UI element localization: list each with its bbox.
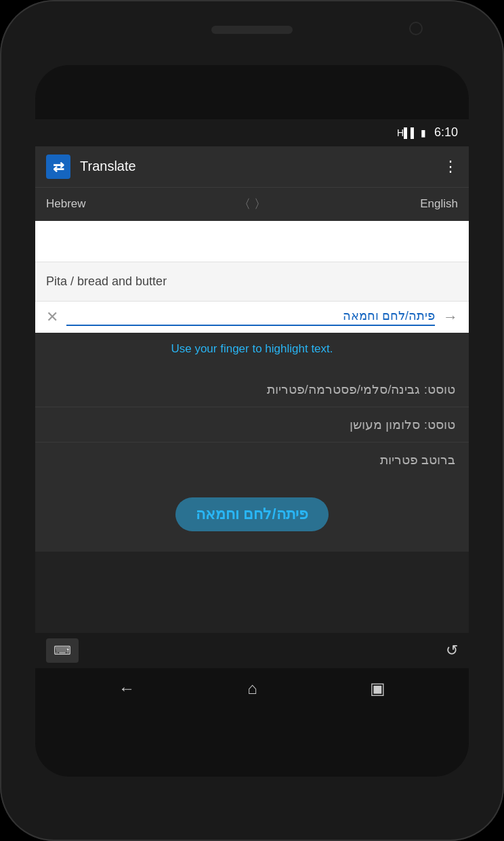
keyboard-icon: ⌨ [54,643,71,658]
translated-text-area: Pita / bread and butter [35,262,469,301]
source-text-area [35,221,469,262]
submit-button[interactable]: → [443,308,458,326]
back-button[interactable]: ← [119,679,135,698]
highlighted-item[interactable]: פיתה/לחם וחמאה [175,497,328,531]
home-button[interactable]: ⌂ [247,679,257,698]
menu-list: טוסט: גבינה/סלמי/פסטרמה/פטריות טוסט: סלו… [35,365,469,484]
keyboard-bar: ⌨ ↺ [35,633,469,668]
menu-icon[interactable]: ⋮ [443,158,458,176]
source-input[interactable]: פיתה/לחם וחמאה [66,308,435,326]
highlighted-item-container: פיתה/לחם וחמאה [35,484,469,552]
translated-text: Pita / bread and butter [46,274,167,288]
list-item: ברוטב פטריות [35,443,469,477]
app-logo: ⇄ [46,155,70,179]
toolbar: ⇄ Translate ⋮ [35,146,469,187]
nav-bar: ← ⌂ ▣ [35,668,469,709]
phone-speaker [211,26,293,34]
translate-icon: ⇄ [53,159,64,175]
phone-camera [409,22,423,35]
rotate-icon[interactable]: ↺ [446,642,458,659]
source-language[interactable]: Hebrew [46,197,230,211]
app-title: Translate [80,159,443,174]
phone-screen-container: H▌▌ ▮ 6:10 ⇄ Translate ⋮ Hebrew 〈 〉 Engl… [35,65,469,777]
status-icons: H▌▌ ▮ [397,127,426,138]
phone-device: H▌▌ ▮ 6:10 ⇄ Translate ⋮ Hebrew 〈 〉 Engl… [0,0,504,841]
battery-icon: ▮ [421,127,426,138]
screen: H▌▌ ▮ 6:10 ⇄ Translate ⋮ Hebrew 〈 〉 Engl… [35,119,469,709]
recents-button[interactable]: ▣ [370,679,385,698]
translation-card: Pita / bread and butter ✕ פיתה/לחם וחמאה… [35,221,469,333]
target-language[interactable]: English [274,197,459,211]
language-bar: Hebrew 〈 〉 English [35,187,469,221]
bottom-nav: ⌨ ↺ ← ⌂ ▣ [35,633,469,709]
keyboard-button[interactable]: ⌨ [46,638,79,663]
clear-button[interactable]: ✕ [46,308,58,326]
signal-icon: H▌▌ [397,127,417,138]
list-item: טוסט: גבינה/סלמי/פסטרמה/פטריות [35,372,469,407]
list-item: טוסט: סלומון מעושן [35,407,469,443]
swap-languages-icon[interactable]: 〈 〉 [238,196,266,212]
input-row: ✕ פיתה/לחם וחמאה → [35,301,469,333]
hint-text: Use your finger to highlight text. [35,333,469,365]
status-time: 6:10 [434,125,458,140]
status-bar: H▌▌ ▮ 6:10 [35,119,469,146]
